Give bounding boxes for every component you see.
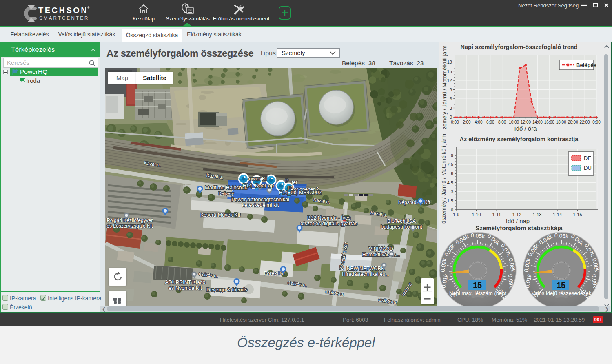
svg-text:0: 0 bbox=[451, 207, 453, 212]
svg-text:Személyforgalom statisztikája: Személyforgalom statisztikája bbox=[475, 224, 563, 231]
svg-text:és Nyomda Kft: és Nyomda Kft bbox=[169, 285, 202, 291]
svg-text:és Lőszervizsgáló Kft: és Lőszervizsgáló Kft bbox=[106, 223, 153, 229]
svg-text:2:00: 2:00 bbox=[463, 120, 471, 124]
svg-text:Idő / nap: Idő / nap bbox=[506, 218, 530, 224]
svg-text:kereskedelmi kft: kereskedelmi kft bbox=[242, 202, 279, 208]
svg-text:0.05k: 0.05k bbox=[554, 232, 569, 240]
svg-text:10:00: 10:00 bbox=[509, 120, 519, 124]
svg-text:0.09k: 0.09k bbox=[591, 274, 599, 289]
svg-text:Power biztonságtechnikai: Power biztonságtechnikai bbox=[231, 197, 289, 202]
svg-text:16:00: 16:00 bbox=[544, 120, 554, 124]
svg-text:B32 Nyomda - Íves: B32 Nyomda - Íves bbox=[307, 215, 350, 221]
svg-text:4:00: 4:00 bbox=[475, 120, 483, 124]
svg-text:SMARTCENTER: SMARTCENTER bbox=[39, 16, 89, 20]
svg-text:Valós idejű részesedések: Valós idejű részesedések bbox=[532, 290, 592, 296]
svg-text:0.05k: 0.05k bbox=[470, 232, 486, 240]
svg-text:6: 6 bbox=[451, 171, 453, 176]
svg-text:3: 3 bbox=[450, 106, 452, 111]
svg-text:18:00: 18:00 bbox=[556, 120, 566, 124]
svg-text:F14_0bj MS4C002: F14_0bj MS4C002 bbox=[279, 190, 322, 195]
svg-text:9: 9 bbox=[451, 153, 453, 158]
svg-text:DU: DU bbox=[584, 165, 592, 171]
svg-text:TECHSON: TECHSON bbox=[38, 6, 88, 15]
svg-text:1.5: 1.5 bbox=[447, 198, 453, 203]
svg-text:budapesti központ: budapesti központ bbox=[381, 224, 422, 230]
svg-text:BioTechUSA: BioTechUSA bbox=[387, 218, 416, 224]
svg-text:15: 15 bbox=[557, 281, 565, 290]
svg-text:Polgári Kézilőfegyver: Polgári Kézilőfegyver bbox=[107, 218, 153, 223]
svg-text:ADUPRINT Kiadó: ADUPRINT Kiadó bbox=[165, 280, 205, 285]
svg-text:Belépés: Belépés bbox=[576, 62, 596, 68]
svg-text:ower Kf: ower Kf bbox=[249, 175, 267, 182]
svg-text:Idő / óra: Idő / óra bbox=[514, 125, 537, 132]
svg-text:Napi max. létszám (bent: Napi max. létszám (bent bbox=[449, 290, 507, 296]
svg-text:4.5: 4.5 bbox=[447, 180, 453, 185]
svg-text:7.5: 7.5 bbox=[447, 162, 453, 167]
svg-text:zemély / Jármű / Motornélküli: zemély / Jármű / Motornélküli járm bbox=[441, 45, 448, 129]
svg-text:1-10: 1-10 bbox=[472, 212, 481, 217]
svg-text:DE: DE bbox=[584, 155, 591, 161]
svg-text:6:00: 6:00 bbox=[486, 120, 494, 124]
svg-text:8:00: 8:00 bbox=[498, 120, 506, 124]
svg-text:Napi személyforgalom-összefogl: Napi személyforgalom-összefoglaló trend bbox=[461, 44, 578, 50]
svg-text:0:00: 0:00 bbox=[592, 120, 601, 124]
svg-text:P: P bbox=[285, 178, 289, 184]
svg-text:15: 15 bbox=[447, 69, 452, 74]
svg-text:F14_Door op: F14_Door op bbox=[243, 182, 274, 189]
svg-text:0: 0 bbox=[450, 115, 452, 120]
svg-text:ter: ter bbox=[292, 180, 297, 185]
svg-text:Homokfúvás és...: Homokfúvás és... bbox=[362, 252, 400, 257]
svg-text:NEW NETWORK: NEW NETWORK bbox=[347, 266, 385, 271]
svg-text:22:00: 22:00 bbox=[580, 120, 590, 124]
svg-text:Devergo & friends: Devergo & friends bbox=[206, 287, 247, 293]
svg-text:12: 12 bbox=[447, 78, 452, 83]
svg-text:Maritime Hajósbolt: Maritime Hajósbolt bbox=[205, 185, 247, 191]
svg-text:15: 15 bbox=[473, 281, 482, 290]
svg-text:18: 18 bbox=[447, 60, 452, 64]
svg-text:űszemély / Jármű / Motornélkül: űszemély / Jármű / Motornélküli járm bbox=[441, 134, 447, 224]
svg-text:1-11: 1-11 bbox=[492, 212, 501, 217]
svg-text:20:00: 20:00 bbox=[568, 120, 578, 124]
svg-text:Delivery: Delivery bbox=[218, 191, 234, 196]
svg-text:14:00: 14:00 bbox=[532, 120, 543, 124]
svg-text:0.09k: 0.09k bbox=[507, 274, 515, 289]
svg-text:9: 9 bbox=[450, 87, 452, 92]
svg-text:1-9: 1-9 bbox=[453, 212, 459, 217]
svg-text:3: 3 bbox=[451, 189, 453, 194]
svg-text:ofszet és digitális gyártás: ofszet és digitális gyártás bbox=[300, 221, 357, 226]
svg-text:12:00: 12:00 bbox=[521, 120, 531, 124]
svg-text:1-13: 1-13 bbox=[532, 212, 541, 217]
svg-text:Keserű Művek Kft: Keserű Művek Kft bbox=[200, 212, 241, 218]
svg-text:6: 6 bbox=[450, 96, 452, 101]
svg-text:VINIMA 3D: VINIMA 3D bbox=[369, 246, 393, 252]
svg-text:1-15: 1-15 bbox=[573, 212, 582, 217]
svg-text:1-14: 1-14 bbox=[553, 212, 562, 217]
svg-text:Népstadion Kft: Népstadion Kft bbox=[398, 200, 430, 205]
svg-text:Az előzmény személyforgalom ko: Az előzmény személyforgalom kontrasztja bbox=[460, 136, 579, 142]
svg-text:®: ® bbox=[87, 6, 90, 9]
svg-text:0:00: 0:00 bbox=[451, 120, 459, 124]
svg-text:Híradástechnikai és...: Híradástechnikai és... bbox=[342, 271, 389, 277]
svg-text:1-12: 1-12 bbox=[512, 212, 521, 217]
